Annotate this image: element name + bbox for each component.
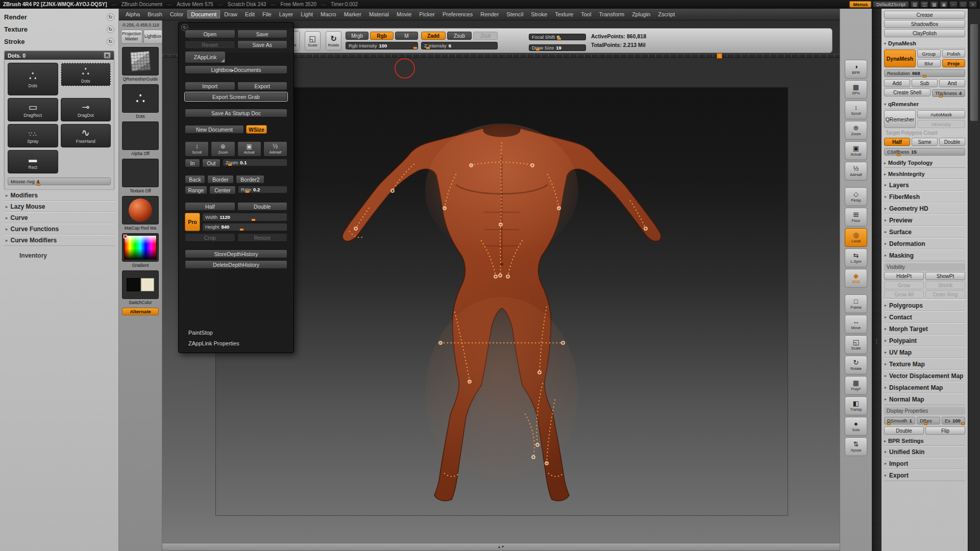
texture-off-thumbnail[interactable] — [122, 159, 159, 187]
stroke-dragdot[interactable]: DragDot — [61, 98, 111, 121]
shelf-floor-button[interactable]: ⊞Floor — [845, 208, 867, 227]
shelf-item-texture-off[interactable]: Texture Off — [122, 159, 159, 193]
menu-zapplink-button[interactable]: ZAppLink — [185, 51, 226, 63]
toolbar-scale-button[interactable]: ◱Scale — [305, 31, 321, 51]
alpha-off-thumbnail[interactable] — [122, 121, 159, 150]
menu-revert-button[interactable]: Revert — [185, 40, 235, 49]
toolbar-m-button[interactable]: M — [395, 32, 418, 40]
menu-resize-button[interactable]: Resize — [237, 233, 288, 242]
menu-light[interactable]: Light — [297, 10, 316, 18]
menu-marker[interactable]: Marker — [340, 10, 365, 18]
shelf-local-button[interactable]: ◎Local — [845, 228, 867, 247]
document-canvas[interactable] — [216, 88, 788, 515]
shelf-item-switchcolor[interactable]: SwitchColor — [122, 270, 159, 305]
button-same[interactable]: Same — [912, 138, 938, 146]
columns-icon[interactable]: ◫ — [920, 1, 928, 8]
menu-border-button[interactable]: Border — [207, 175, 234, 184]
menu-back-button[interactable]: Back — [185, 175, 205, 184]
panels-icon[interactable]: ▤ — [911, 1, 919, 8]
button-sub[interactable]: Sub — [912, 79, 938, 87]
menu-render[interactable]: Render — [477, 10, 502, 18]
default-zscript-button[interactable]: DefaultZScript — [873, 1, 909, 8]
toolbar-zcut-button[interactable]: Zcut — [473, 32, 498, 40]
menu-open-button[interactable]: Open — [185, 30, 235, 38]
subpalette-surface[interactable]: ▸Surface — [884, 226, 965, 238]
subpalette-texture-map[interactable]: ▸Texture Map — [884, 358, 965, 370]
shelf-item-qremesherguide[interactable]: QRemesherGuide — [122, 47, 159, 82]
dsmooth-slider[interactable]: DSmooth1 — [884, 417, 915, 424]
palette-render[interactable]: Render↻ — [4, 11, 114, 23]
menu-stroke[interactable]: Stroke — [527, 10, 551, 18]
menu-item-paintstop[interactable]: PaintStop — [185, 328, 287, 337]
menu-border2-button[interactable]: Border2 — [236, 175, 264, 184]
palette-header-dynamesh[interactable]: ▾DynaMesh — [884, 39, 965, 48]
button-qremesher[interactable]: QRemesher — [884, 110, 916, 128]
button-double[interactable]: Double — [939, 138, 965, 146]
grid-icon[interactable]: ▦ — [930, 1, 938, 8]
section-curve[interactable]: ▸Curve — [4, 212, 114, 223]
button-shrink[interactable]: Shrink — [925, 281, 965, 289]
toolbar-zadd-button[interactable]: Zadd — [421, 32, 446, 40]
stroke-freehand[interactable]: FreeHand — [61, 124, 111, 147]
button-automask[interactable]: AutoMask — [917, 110, 965, 118]
minimize-icon[interactable]: − — [949, 1, 958, 8]
button-grow-all[interactable]: Grow All — [884, 290, 924, 298]
menu-transform[interactable]: Transform — [595, 10, 628, 18]
menu-save-button[interactable]: Save — [237, 30, 288, 38]
matcap-red-wa-thumbnail[interactable] — [122, 196, 159, 224]
menu-zscript[interactable]: Zscript — [654, 10, 678, 18]
palette-stroke[interactable]: Stroke↻ — [4, 35, 114, 47]
subpalette-vector-displacement-map[interactable]: ▸Vector Displacement Map — [884, 370, 965, 382]
menu-export-screen-grab-button[interactable]: Export Screen Grab — [185, 92, 287, 101]
shelf-bpr-button[interactable]: ◑BPR — [845, 60, 867, 79]
menu-zoom-slider[interactable]: Zoom0.1 — [223, 159, 287, 166]
menu-scroll-button[interactable]: ↕Scroll — [185, 141, 209, 157]
menu-height-slider[interactable]: Height840 — [202, 223, 287, 232]
subpalette-contact[interactable]: ▸Contact — [884, 311, 965, 323]
button-and[interactable]: And — [939, 79, 965, 87]
menu-draw[interactable]: Draw — [220, 10, 241, 18]
dots-thumbnail[interactable] — [122, 84, 159, 113]
section-modifiers[interactable]: ▸Modifiers — [4, 190, 114, 201]
menu-layer[interactable]: Layer — [276, 10, 297, 18]
menu-color[interactable]: Color — [166, 10, 187, 18]
menu-alpha[interactable]: Alpha — [122, 10, 143, 18]
qremesherguide-thumbnail[interactable] — [122, 47, 159, 76]
subpalette-morph-target[interactable]: ▸Morph Target — [884, 323, 965, 335]
shelf-scroll-button[interactable]: ↕Scroll — [845, 101, 867, 119]
button-polish[interactable]: Polish — [942, 49, 966, 58]
shelf-polyf-button[interactable]: ▦PolyF — [845, 376, 867, 395]
button-proje[interactable]: Proje — [942, 59, 966, 67]
tool-panel-scrollbar[interactable] — [968, 9, 980, 551]
shelf-solo-button[interactable]: ●Solo — [845, 417, 867, 436]
menu-wsize-button[interactable]: WSize — [246, 125, 267, 134]
subpalette-geometry-hd[interactable]: ▸Geometry HD — [884, 203, 965, 214]
toolbar-mrgb-button[interactable]: Mrgb — [346, 32, 369, 40]
menu-tool[interactable]: Tool — [577, 10, 595, 18]
button-add[interactable]: Add — [884, 79, 910, 87]
button-dynamesh[interactable]: DynaMesh — [884, 49, 916, 67]
button-group[interactable]: Group — [917, 49, 941, 58]
menu-document[interactable]: Document — [187, 10, 220, 18]
menu-new-document-button[interactable]: New Document — [185, 125, 244, 134]
focal-shift-slider[interactable]: Focal Shift0 — [529, 34, 586, 40]
menu-storedepthhistory-button[interactable]: StoreDepthHistory — [185, 249, 287, 258]
shelf-actual-button[interactable]: ▣Actual — [845, 141, 867, 160]
switchcolor-thumbnail[interactable] — [122, 270, 159, 299]
menu-width-slider[interactable]: Width1120 — [202, 213, 287, 221]
button-hidept[interactable]: HidePt — [884, 272, 924, 280]
menu-brush[interactable]: Brush — [144, 10, 166, 18]
resolution-slider[interactable]: Resolution968 — [884, 69, 965, 77]
subpalette-import[interactable]: ▸Import — [884, 458, 965, 469]
subpalette-deformation[interactable]: ▸Deformation — [884, 238, 965, 249]
palette-header-qremesher[interactable]: ▾qRemesher — [884, 99, 965, 109]
dres-slider[interactable]: DRes — [917, 417, 940, 424]
button-blur[interactable]: Blur — [917, 59, 941, 67]
section-lazy-mouse[interactable]: ▸Lazy Mouse — [4, 201, 114, 212]
menu-item-zapplink-properties[interactable]: ZAppLink Properties — [185, 339, 287, 347]
button-shadowbox[interactable]: ShadowBox — [884, 20, 965, 28]
thickness-slider[interactable]: Thickness4 — [932, 89, 965, 97]
subpalette-normal-map[interactable]: ▸Normal Map — [884, 393, 965, 405]
menu-crop-button[interactable]: Crop — [185, 233, 235, 242]
menu-center-button[interactable]: Center — [209, 186, 236, 194]
